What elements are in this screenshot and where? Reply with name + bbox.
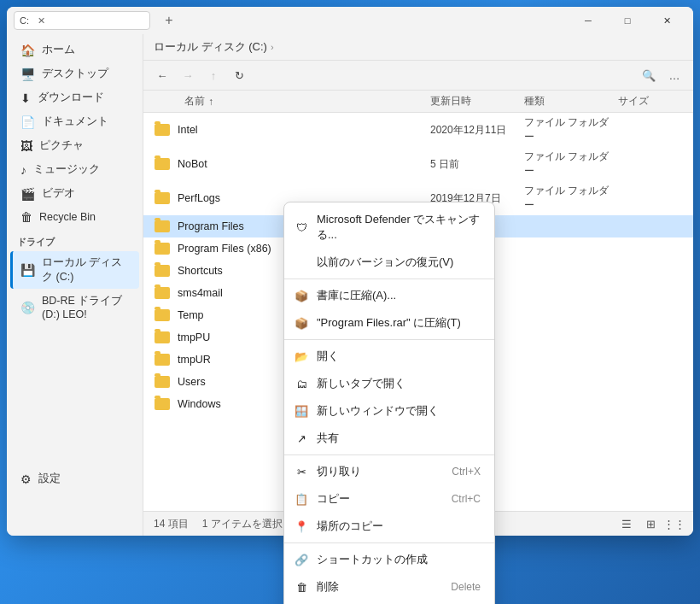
ctx-item-rename[interactable]: ✏ 名前の変更 F2	[284, 601, 494, 604]
compress-t-icon: 📦	[295, 316, 308, 330]
column-name[interactable]: 名前 ↑	[184, 94, 430, 108]
ctx-item-open[interactable]: 📂 開く	[284, 343, 494, 370]
ctx-label-delete: 削除	[317, 579, 442, 595]
forward-button[interactable]: →	[176, 64, 200, 86]
status-count: 14 項目	[154, 517, 189, 531]
sidebar-item-pictures[interactable]: 🖼 ピクチャ	[10, 134, 139, 157]
sidebar-item-settings[interactable]: ⚙ 設定	[10, 467, 143, 490]
view-tiles-icon[interactable]: ⊞	[642, 515, 659, 532]
sidebar-label-documents: ドキュメント	[42, 114, 108, 129]
toolbar: ← → ↑ ↻ 🔍 …	[143, 61, 693, 91]
address-bar-clear[interactable]: ✕	[36, 15, 46, 26]
list-item[interactable]: NoBot 5 日前 ファイル フォルダー	[143, 147, 693, 181]
window-controls: ─ □ ✕	[569, 7, 686, 34]
sidebar-item-downloads[interactable]: ⬇ ダウンロード	[10, 86, 139, 109]
ctx-item-share[interactable]: ↗ 共有	[284, 425, 494, 452]
sidebar-label-settings: 設定	[38, 472, 61, 486]
sidebar-label-drive-d: BD-RE ドライブ (D:) LEO!	[42, 294, 129, 320]
ctx-shortcut-delete: Delete	[451, 581, 481, 593]
open-window-icon: 🪟	[295, 404, 308, 418]
ctx-item-restore[interactable]: 以前のバージョンの復元(V)	[284, 249, 494, 276]
ctx-label-open-window: 新しいウィンドウで開く	[317, 403, 481, 419]
ctx-item-compress-a[interactable]: 📦 書庫に圧縮(A)...	[284, 282, 494, 309]
column-date[interactable]: 更新日時	[430, 94, 524, 108]
breadcrumb-bar: ローカル ディスク (C:) ›	[143, 34, 693, 61]
ctx-item-defender[interactable]: 🛡 Microsoft Defender でスキャンする...	[284, 206, 494, 249]
breadcrumb[interactable]: ローカル ディスク (C:) ›	[154, 39, 274, 55]
breadcrumb-chevron: ›	[271, 42, 274, 52]
ctx-divider-3	[284, 454, 494, 455]
search-button[interactable]: 🔍	[637, 64, 661, 86]
home-icon: 🏠	[20, 44, 35, 57]
column-type[interactable]: 種類	[524, 94, 618, 108]
compress-a-icon: 📦	[295, 289, 308, 302]
new-tab-button[interactable]: +	[157, 11, 181, 30]
sidebar-label-music: ミュージック	[33, 162, 100, 177]
sidebar-item-drive-c[interactable]: 💾 ローカル ディスク (C:)	[10, 251, 139, 289]
ctx-label-compress-t: "Program Files.rar" に圧縮(T)	[317, 315, 481, 331]
file-type: ファイル フォルダー	[524, 115, 618, 144]
ctx-shortcut-copy: Ctrl+C	[452, 493, 481, 505]
folder-icon	[154, 121, 171, 138]
folder-icon	[154, 329, 171, 346]
ctx-item-delete[interactable]: 🗑 削除 Delete	[284, 573, 494, 601]
ctx-item-compress-t[interactable]: 📦 "Program Files.rar" に圧縮(T)	[284, 309, 494, 337]
ctx-shortcut-cut: Ctrl+X	[452, 466, 481, 478]
folder-icon	[154, 284, 171, 302]
settings-icon: ⚙	[20, 472, 32, 486]
sidebar-item-home[interactable]: 🏠 ホーム	[10, 38, 139, 62]
ctx-item-copy[interactable]: 📋 コピー Ctrl+C	[284, 485, 494, 513]
folder-icon	[154, 240, 171, 257]
minimize-button[interactable]: ─	[569, 7, 608, 34]
column-size[interactable]: サイズ	[618, 94, 686, 108]
ctx-item-open-window[interactable]: 🪟 新しいウィンドウで開く	[284, 397, 494, 425]
sidebar-item-desktop[interactable]: 🖥️ デスクトップ	[10, 62, 139, 85]
view-details-icon[interactable]: ☰	[618, 515, 635, 532]
sidebar-item-music[interactable]: ♪ ミュージック	[10, 158, 139, 181]
close-button[interactable]: ✕	[647, 7, 686, 34]
ctx-label-copy: コピー	[317, 491, 443, 507]
ctx-item-cut[interactable]: ✂ 切り取り Ctrl+X	[284, 458, 494, 485]
sort-icon: ↑	[208, 96, 213, 108]
open-icon: 📂	[295, 349, 308, 363]
folder-icon	[154, 190, 171, 207]
file-date: 5 日前	[430, 157, 524, 172]
file-list-header: 名前 ↑ 更新日時 種類 サイズ	[143, 91, 693, 113]
back-button[interactable]: ←	[150, 64, 174, 86]
music-icon: ♪	[20, 163, 26, 177]
refresh-button[interactable]: ↻	[227, 64, 251, 86]
sidebar-label-home: ホーム	[42, 43, 75, 57]
sidebar-item-drive-d[interactable]: 💿 BD-RE ドライブ (D:) LEO!	[10, 290, 139, 325]
shortcut-icon: 🔗	[295, 553, 308, 566]
desktop-icon: 🖥️	[20, 67, 35, 81]
context-menu: 🛡 Microsoft Defender でスキャンする... 以前のバージョン…	[283, 202, 495, 604]
sidebar-label-desktop: デスクトップ	[42, 67, 108, 81]
folder-icon	[154, 262, 171, 279]
ctx-label-open-tab: 新しいタブで開く	[317, 376, 481, 391]
view-grid-icon[interactable]: ⋮⋮	[666, 515, 683, 532]
up-button[interactable]: ↑	[201, 64, 225, 86]
recycle-bin-icon: 🗑	[20, 210, 32, 224]
address-bar[interactable]: C: ✕	[14, 11, 150, 30]
ctx-label-open: 開く	[317, 349, 481, 364]
ctx-label-copy-path: 場所のコピー	[317, 519, 481, 534]
title-bar: C: ✕ + ─ □ ✕	[7, 7, 693, 34]
pictures-icon: 🖼	[20, 139, 32, 153]
sidebar-item-recycle-bin[interactable]: 🗑 Recycle Bin	[10, 206, 139, 228]
ctx-item-open-tab[interactable]: 🗂 新しいタブで開く	[284, 370, 494, 397]
folder-icon	[154, 396, 171, 413]
maximize-button[interactable]: □	[608, 7, 647, 34]
file-name: Intel	[178, 124, 430, 136]
more-options-button[interactable]: …	[662, 64, 686, 86]
delete-icon: 🗑	[295, 580, 308, 594]
ctx-item-copy-path[interactable]: 📍 場所のコピー	[284, 513, 494, 540]
sidebar-item-video[interactable]: 🎬 ビデオ	[10, 182, 139, 205]
list-item[interactable]: Intel 2020年12月11日 ファイル フォルダー	[143, 113, 693, 147]
ctx-divider-2	[284, 339, 494, 340]
ctx-divider-1	[284, 279, 494, 279]
defender-icon: 🛡	[295, 220, 308, 234]
sidebar-item-documents[interactable]: 📄 ドキュメント	[10, 110, 139, 133]
breadcrumb-path-text: ローカル ディスク (C:)	[154, 39, 267, 55]
ctx-item-shortcut[interactable]: 🔗 ショートカットの作成	[284, 546, 494, 573]
file-name: NoBot	[178, 158, 430, 170]
